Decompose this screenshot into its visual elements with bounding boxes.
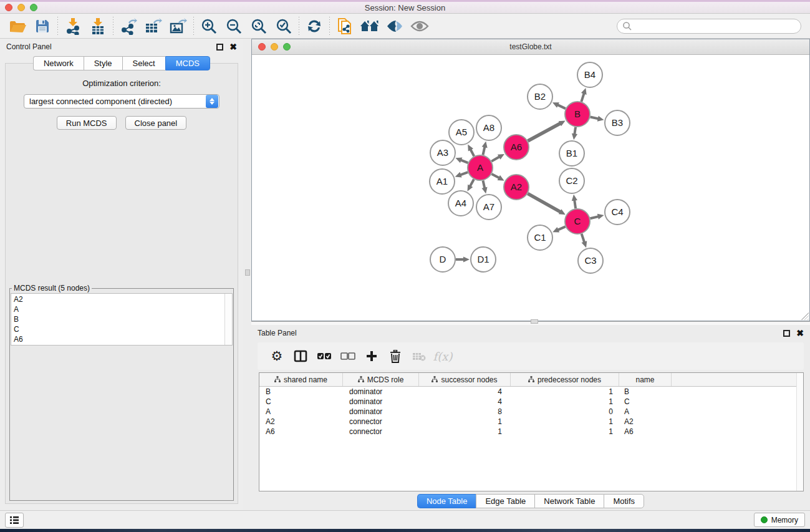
column-header-name[interactable]: name xyxy=(619,373,672,386)
settings-gear-icon[interactable]: ⚙ xyxy=(265,346,289,367)
resize-grip-icon[interactable] xyxy=(801,312,809,320)
column-label: predecessor nodes xyxy=(538,375,601,384)
open-folder-icon[interactable] xyxy=(5,16,30,37)
graph-edge-C-C3[interactable] xyxy=(582,234,585,243)
result-scrollbar[interactable] xyxy=(224,294,232,345)
graph-edge-A-A7[interactable] xyxy=(483,180,485,188)
column-header-successor-nodes[interactable]: successor nodes xyxy=(419,373,511,386)
tab-select[interactable]: Select xyxy=(122,56,165,70)
home-icon[interactable] xyxy=(357,16,382,37)
graph-edge-A2-C[interactable] xyxy=(528,193,561,212)
refresh-icon[interactable] xyxy=(302,16,327,37)
result-item[interactable]: A xyxy=(14,304,222,314)
table-cell: 4 xyxy=(419,397,511,406)
control-panel-title: Control Panel xyxy=(6,42,52,51)
session-panels-icon[interactable] xyxy=(332,16,357,37)
toggle-column-icon[interactable] xyxy=(289,346,312,367)
select-all-checkboxes-icon[interactable] xyxy=(312,346,336,367)
tab-edge-table[interactable]: Edge Table xyxy=(476,494,534,508)
tab-node-table[interactable]: Node Table xyxy=(417,494,476,508)
tab-style[interactable]: Style xyxy=(84,56,122,70)
toolbar-separator xyxy=(329,17,330,36)
close-panel-icon[interactable]: ✖ xyxy=(229,44,237,51)
graph-edge-A-A8[interactable] xyxy=(483,146,485,155)
style-preview-icon[interactable] xyxy=(382,16,407,37)
memory-button[interactable]: Memory xyxy=(754,513,805,527)
node-table: shared nameMCDS rolesuccessor nodesprede… xyxy=(259,372,804,491)
column-header-predecessor-nodes[interactable]: predecessor nodes xyxy=(511,373,619,386)
zoom-out-icon[interactable] xyxy=(221,16,246,37)
graph-edge-A-A4[interactable] xyxy=(470,179,474,186)
export-network-icon[interactable] xyxy=(116,16,141,37)
zoom-selected-icon[interactable] xyxy=(271,16,296,37)
window-title: Session: New Session xyxy=(0,3,810,12)
table-row[interactable]: Bdominator41B xyxy=(259,387,803,397)
table-row[interactable]: Cdominator41C xyxy=(259,397,803,407)
delete-row-trash-icon[interactable] xyxy=(383,346,407,367)
graph-edge-A-A2[interactable] xyxy=(492,174,500,178)
float-panel-icon[interactable] xyxy=(216,44,223,51)
result-item[interactable]: C xyxy=(14,324,222,334)
tab-network[interactable]: Network xyxy=(33,56,84,70)
graph-edge-B-B4[interactable] xyxy=(581,93,584,102)
edge-arrowhead-icon xyxy=(572,195,577,201)
graph-edge-C-C4[interactable] xyxy=(590,216,599,218)
run-mcds-button[interactable]: Run MCDS xyxy=(57,116,117,130)
table-scrollbar[interactable] xyxy=(796,373,803,491)
table-row[interactable]: A6connector11A6 xyxy=(259,427,803,437)
function-builder-icon: f(x) xyxy=(431,346,455,367)
graph-edge-A-A5[interactable] xyxy=(470,149,474,157)
save-icon[interactable] xyxy=(30,16,55,37)
table-row[interactable]: A2connector11A2 xyxy=(259,417,803,427)
splitter-handle[interactable] xyxy=(245,269,250,276)
graph-node-label: A4 xyxy=(455,198,466,208)
network-canvas[interactable]: B4B2BB3A8A5A6A3B1AA1C2A2A4A7C4CC1C3DD1 xyxy=(252,55,809,321)
graph-edge-A-A3[interactable] xyxy=(460,160,468,163)
optimization-criterion-dropdown[interactable]: largest connected component (directed) xyxy=(24,94,219,109)
graph-edge-B-B2[interactable] xyxy=(557,105,566,109)
result-item[interactable]: B xyxy=(14,314,222,324)
import-network-icon[interactable] xyxy=(60,16,85,37)
show-graphics-details-icon[interactable] xyxy=(407,16,432,37)
graph-edge-C-C1[interactable] xyxy=(557,226,566,230)
column-header-shared-name[interactable]: shared name xyxy=(259,373,343,386)
show-panels-list-icon[interactable] xyxy=(5,513,24,528)
search-input[interactable] xyxy=(617,19,801,34)
result-item[interactable]: A6 xyxy=(14,334,222,344)
table-cell: A xyxy=(259,407,343,416)
edge-arrowhead-icon xyxy=(582,241,587,248)
zoom-fit-icon[interactable] xyxy=(246,16,271,37)
add-row-icon[interactable] xyxy=(360,346,383,367)
edge-arrowhead-icon xyxy=(482,141,488,148)
export-table-icon[interactable] xyxy=(141,16,166,37)
close-panel-button[interactable]: Close panel xyxy=(125,116,187,130)
result-item[interactable]: A2 xyxy=(14,294,222,304)
horizontal-splitter[interactable] xyxy=(251,321,810,325)
zoom-in-icon[interactable] xyxy=(196,16,221,37)
graph-edge-A6-B[interactable] xyxy=(528,123,561,141)
tab-network-table[interactable]: Network Table xyxy=(534,494,604,508)
graph-node-label: C1 xyxy=(534,232,546,243)
close-panel-icon[interactable]: ✖ xyxy=(796,330,804,337)
graph-node-label: C xyxy=(574,216,581,226)
network-window-titlebar[interactable]: testGlobe.txt xyxy=(252,39,809,55)
float-panel-icon[interactable] xyxy=(783,330,790,337)
tab-mcds[interactable]: MCDS xyxy=(165,56,210,70)
network-graph: B4B2BB3A8A5A6A3B1AA1C2A2A4A7C4CC1C3DD1 xyxy=(252,55,809,320)
tab-motifs[interactable]: Motifs xyxy=(604,494,644,508)
mcds-tab-content: Optimization criterion: largest connecte… xyxy=(5,63,238,504)
column-header-MCDS-role[interactable]: MCDS role xyxy=(343,373,419,386)
mcds-result-list[interactable]: A2ABCA6 xyxy=(11,293,233,346)
import-table-icon[interactable] xyxy=(85,16,110,37)
graph-node-label: A2 xyxy=(511,181,522,192)
graph-edge-A-A6[interactable] xyxy=(491,157,500,162)
table-row[interactable]: Adominator80A xyxy=(259,407,803,417)
vertical-splitter[interactable] xyxy=(243,39,251,510)
graph-edge-A-A1[interactable] xyxy=(460,172,468,175)
export-image-icon[interactable] xyxy=(166,16,191,37)
splitter-handle[interactable] xyxy=(531,319,538,324)
graph-node-label: C3 xyxy=(584,255,596,266)
deselect-all-checkboxes-icon[interactable] xyxy=(336,346,360,367)
graph-edge-C-C2[interactable] xyxy=(574,200,576,208)
graph-edge-B-B3[interactable] xyxy=(591,117,599,118)
